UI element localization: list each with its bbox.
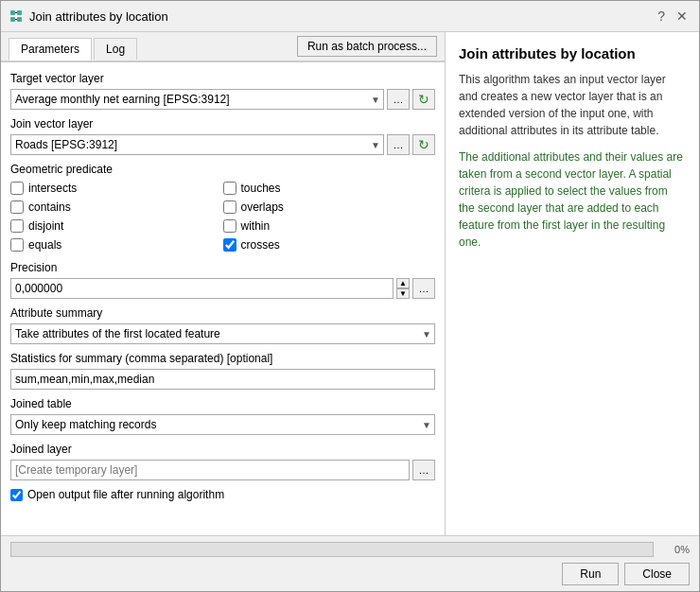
precision-down-button[interactable]: ▼ (396, 288, 410, 299)
contains-checkbox[interactable] (10, 200, 24, 214)
joined-table-dropdown[interactable]: Only keep matching records (10, 414, 435, 435)
bottom-bar: 0% Run Close (1, 535, 699, 591)
intersects-checkbox[interactable] (10, 182, 24, 195)
target-vector-refresh-button[interactable]: ↻ (412, 89, 435, 110)
checkbox-intersects: intersects (10, 180, 223, 197)
joined-table-dropdown-wrapper: Only keep matching records ▼ (10, 414, 435, 435)
overlaps-checkbox[interactable] (223, 200, 236, 214)
open-output-label: Open output file after running algorithm (27, 488, 224, 501)
target-vector-dropdown[interactable]: Average monthly net earning [EPSG:3912] (10, 89, 384, 110)
run-button[interactable]: Run (562, 563, 619, 585)
action-row: Run Close (10, 563, 690, 585)
svg-rect-2 (10, 17, 15, 22)
checkbox-overlaps: overlaps (223, 199, 436, 216)
checkbox-touches: touches (223, 180, 436, 197)
checkbox-within: within (223, 218, 436, 235)
attribute-summary-label: Attribute summary (10, 306, 435, 320)
help-button[interactable]: ? (654, 7, 669, 26)
join-vector-label: Join vector layer (10, 117, 435, 131)
progress-bar (10, 542, 654, 557)
checkbox-crosses: crosses (223, 236, 436, 253)
close-button[interactable]: Close (624, 563, 690, 585)
geometric-predicate-label: Geometric predicate (10, 163, 435, 176)
joined-layer-input[interactable] (10, 460, 410, 480)
checkbox-equals: equals (10, 236, 223, 253)
target-vector-ellipsis-button[interactable]: … (387, 89, 410, 110)
precision-up-button[interactable]: ▲ (396, 278, 410, 288)
precision-ellipsis-button[interactable]: … (412, 278, 435, 299)
attribute-summary-dropdown-wrapper: Take attributes of the first located fea… (10, 323, 435, 344)
statistics-row (10, 369, 435, 390)
precision-label: Precision (10, 261, 435, 274)
equals-label: equals (28, 238, 61, 252)
title-buttons: ? ✕ (654, 7, 691, 26)
join-vector-dropdown[interactable]: Roads [EPSG:3912] (10, 134, 384, 155)
contains-label: contains (28, 200, 71, 214)
left-panel: Parameters Log Run as batch process... T… (1, 32, 446, 535)
within-checkbox[interactable] (223, 219, 236, 233)
equals-checkbox[interactable] (10, 238, 24, 252)
attribute-summary-row: Take attributes of the first located fea… (10, 323, 435, 344)
overlaps-label: overlaps (241, 200, 284, 214)
joined-layer-label: Joined layer (10, 443, 435, 456)
batch-process-button[interactable]: Run as batch process... (297, 36, 437, 57)
touches-checkbox[interactable] (223, 182, 236, 195)
dialog-icon (9, 9, 24, 24)
params-panel: Target vector layer Average monthly net … (1, 61, 445, 535)
tab-parameters[interactable]: Parameters (9, 38, 92, 61)
statistics-label: Statistics for summary (comma separated)… (10, 352, 435, 365)
svg-rect-0 (10, 10, 15, 15)
target-vector-row: Average monthly net earning [EPSG:3912] … (10, 89, 435, 110)
crosses-label: crosses (241, 238, 280, 252)
target-vector-label: Target vector layer (10, 72, 435, 85)
precision-row: ▲ ▼ … (10, 278, 435, 299)
precision-input[interactable] (10, 278, 394, 299)
help-title: Join attributes by location (459, 45, 686, 61)
checkbox-disjoint: disjoint (10, 218, 223, 235)
disjoint-label: disjoint (28, 219, 63, 233)
target-vector-dropdown-wrapper: Average monthly net earning [EPSG:3912] … (10, 89, 384, 110)
window-close-button[interactable]: ✕ (673, 7, 691, 26)
checkbox-contains: contains (10, 199, 223, 216)
within-label: within (241, 219, 271, 233)
joined-table-label: Joined table (10, 397, 435, 410)
help-paragraph-2: The additional attributes and their valu… (459, 148, 686, 251)
checkboxes-grid: intersects touches contains overlaps (10, 180, 435, 253)
precision-spinners: ▲ ▼ (396, 278, 410, 299)
svg-rect-1 (17, 10, 22, 15)
dialog: Join attributes by location ? ✕ Paramete… (0, 0, 700, 592)
title-bar: Join attributes by location ? ✕ (1, 1, 699, 32)
tab-log[interactable]: Log (94, 38, 137, 60)
join-vector-ellipsis-button[interactable]: … (387, 134, 410, 155)
joined-table-row: Only keep matching records ▼ (10, 414, 435, 435)
svg-rect-3 (17, 17, 22, 22)
dialog-title: Join attributes by location (29, 9, 168, 24)
attribute-summary-dropdown[interactable]: Take attributes of the first located fea… (10, 323, 435, 344)
help-paragraph-1: This algorithm takes an input vector lay… (459, 71, 686, 139)
progress-row: 0% (10, 542, 690, 557)
progress-label: 0% (661, 544, 690, 555)
crosses-checkbox[interactable] (223, 238, 236, 252)
main-content: Parameters Log Run as batch process... T… (1, 32, 699, 535)
joined-layer-ellipsis-button[interactable]: … (412, 460, 435, 480)
statistics-input[interactable] (10, 369, 435, 390)
join-vector-dropdown-wrapper: Roads [EPSG:3912] ▼ (10, 134, 384, 155)
join-vector-refresh-button[interactable]: ↻ (412, 134, 435, 155)
touches-label: touches (241, 182, 281, 195)
help-panel: Join attributes by location This algorit… (446, 32, 699, 535)
open-output-checkbox[interactable] (10, 489, 23, 501)
tabs-left: Parameters Log (9, 38, 139, 60)
intersects-label: intersects (28, 182, 77, 195)
disjoint-checkbox[interactable] (10, 219, 24, 233)
tabs-bar: Parameters Log Run as batch process... (1, 32, 445, 61)
joined-layer-row: … (10, 460, 435, 480)
join-vector-row: Roads [EPSG:3912] ▼ … ↻ (10, 134, 435, 155)
title-bar-left: Join attributes by location (9, 9, 168, 24)
open-output-row: Open output file after running algorithm (10, 488, 435, 501)
